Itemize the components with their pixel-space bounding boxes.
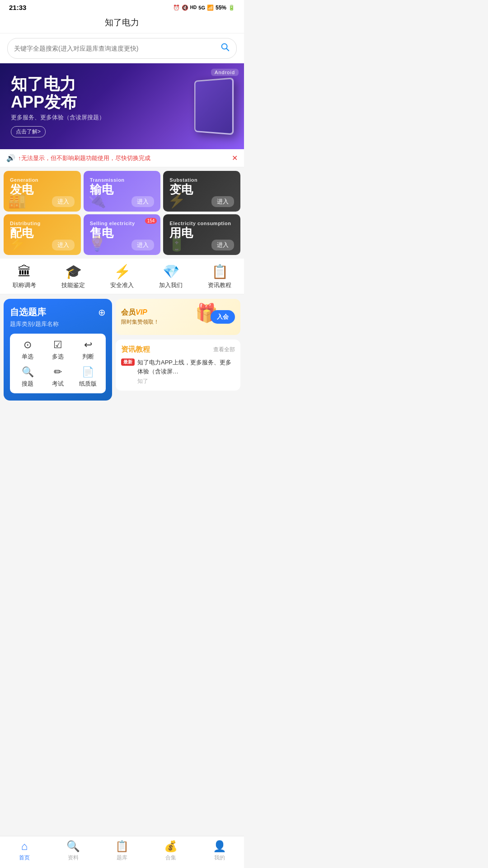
search-input[interactable] bbox=[14, 45, 216, 52]
vip-join-btn[interactable]: 入会 bbox=[211, 310, 235, 324]
cat-card-selling[interactable]: Selling electricity 售电 154 💡 进入 bbox=[84, 214, 161, 255]
select-item-search[interactable]: 🔍 搜题 bbox=[14, 366, 41, 388]
zixun-icon: 📋 bbox=[211, 265, 228, 278]
mute-icon: 🔇 bbox=[182, 5, 188, 11]
vip-subtitle: 限时集赞领取！ bbox=[121, 318, 159, 326]
jiaru-label: 加入我们 bbox=[159, 281, 183, 289]
news-body: 知了电力APP上线，更多服务、更多体验（含读屏… 知了 bbox=[137, 358, 235, 385]
network-icon: 5G bbox=[198, 5, 205, 10]
battery-display: 55% bbox=[216, 5, 226, 11]
zhicheng-icon: 🏛 bbox=[18, 265, 31, 278]
exam-icon: ✏ bbox=[54, 366, 62, 378]
alarm-icon: ⏰ bbox=[173, 5, 180, 11]
select-item-exam[interactable]: ✏ 考试 bbox=[45, 366, 71, 388]
news-badge: 最新 bbox=[121, 359, 135, 366]
cat-enter-consumption[interactable]: 进入 bbox=[211, 240, 234, 250]
jiaru-icon: 💎 bbox=[163, 265, 179, 278]
search-q-label: 搜题 bbox=[22, 380, 33, 388]
anquan-icon: ⚡ bbox=[114, 265, 131, 278]
zixun-label: 资讯教程 bbox=[208, 281, 231, 289]
select-item-paper[interactable]: 📄 纸质版 bbox=[75, 366, 101, 388]
vip-text: 会员VIP 限时集赞领取！ bbox=[121, 308, 159, 326]
cat-en-selling: Selling electricity bbox=[90, 221, 155, 226]
quick-menu: 🏛 职称调考 🎓 技能鉴定 ⚡ 安全准入 💎 加入我们 📋 资讯教程 bbox=[0, 259, 244, 294]
banner-device bbox=[183, 75, 233, 138]
paper-label: 纸质版 bbox=[79, 380, 97, 388]
quick-item-anquan[interactable]: ⚡ 安全准入 bbox=[98, 265, 146, 289]
multi-select-icon: ☑ bbox=[53, 339, 62, 351]
cat-card-transmission[interactable]: Transmission 输电 🔌 进入 bbox=[84, 171, 161, 212]
cat-bg-icon-generation: 🏭 bbox=[8, 192, 26, 209]
banner-text: 知了电力APP发布 更多服务、更多体验（含读屏搜题） 点击了解> bbox=[11, 75, 183, 137]
banner-subtitle: 更多服务、更多体验（含读屏搜题） bbox=[11, 113, 183, 122]
search-bar bbox=[0, 33, 244, 63]
category-grid: Generation 发电 🏭 进入 Transmission 输电 🔌 进入 … bbox=[0, 167, 244, 259]
vip-title: 会员VIP bbox=[121, 308, 159, 317]
notice-close-btn[interactable]: ✕ bbox=[232, 154, 238, 162]
judge-icon: ↩ bbox=[84, 339, 92, 351]
vip-card[interactable]: 会员VIP 限时集赞领取！ 🎁 入会 bbox=[116, 299, 240, 335]
quick-item-jiaru[interactable]: 💎 加入我们 bbox=[146, 265, 195, 289]
news-view-all[interactable]: 查看全部 bbox=[213, 346, 235, 354]
cat-enter-distributing[interactable]: 进入 bbox=[52, 240, 75, 250]
self-select-title-text: 自选题库 bbox=[10, 306, 46, 318]
banner[interactable]: 知了电力APP发布 更多服务、更多体验（含读屏搜题） 点击了解> Android bbox=[0, 63, 244, 149]
banner-title: 知了电力APP发布 bbox=[11, 75, 183, 111]
cat-bg-icon-distributing: ⚡ bbox=[8, 235, 26, 252]
cat-bg-icon-consumption: 🔋 bbox=[168, 235, 186, 252]
select-item-multi[interactable]: ☑ 多选 bbox=[45, 339, 71, 361]
jineng-label: 技能鉴定 bbox=[61, 281, 85, 289]
quick-item-zixun[interactable]: 📋 资讯教程 bbox=[195, 265, 244, 289]
zhicheng-label: 职称调考 bbox=[13, 281, 36, 289]
news-card: 资讯教程 查看全部 最新 知了电力APP上线，更多服务、更多体验（含读屏… 知了 bbox=[116, 340, 240, 391]
bottom-section: 自选题库 ⊕ 题库类别/题库名称 ⊙ 单选 ☑ 多选 ↩ 判断 bbox=[0, 294, 244, 405]
notice-bar: 🔊 ↑无法显示，但不影响刷题功能使用，尽快切换完成 ✕ bbox=[0, 149, 244, 167]
exam-label: 考试 bbox=[52, 380, 64, 388]
quick-item-zhicheng[interactable]: 🏛 职称调考 bbox=[0, 265, 49, 289]
jineng-icon: 🎓 bbox=[65, 265, 82, 278]
cat-enter-selling[interactable]: 进入 bbox=[131, 240, 154, 250]
notice-text: ↑无法显示，但不影响刷题功能使用，尽快切换完成 bbox=[18, 154, 150, 162]
paper-icon: 📄 bbox=[82, 366, 94, 378]
self-select-add-btn[interactable]: ⊕ bbox=[98, 307, 106, 318]
cat-bg-icon-selling: 💡 bbox=[88, 235, 106, 252]
cat-enter-generation[interactable]: 进入 bbox=[52, 196, 75, 207]
news-header: 资讯教程 查看全部 bbox=[121, 345, 235, 354]
news-content: 知了电力APP上线，更多服务、更多体验（含读屏… bbox=[137, 358, 235, 376]
cat-card-consumption[interactable]: Electricity consumption 用电 🔋 进入 bbox=[163, 214, 240, 255]
cat-en-substation: Substation bbox=[169, 177, 234, 183]
cat-card-substation[interactable]: Substation 变电 ⚡ 进入 bbox=[163, 171, 240, 212]
news-item[interactable]: 最新 知了电力APP上线，更多服务、更多体验（含读屏… 知了 bbox=[121, 358, 235, 385]
battery-icon: 🔋 bbox=[228, 5, 235, 11]
cat-en-transmission: Transmission bbox=[90, 177, 155, 183]
svg-line-1 bbox=[226, 48, 229, 51]
signal-bars: 📶 bbox=[207, 5, 214, 11]
cat-enter-substation[interactable]: 进入 bbox=[211, 196, 234, 207]
cat-card-distributing[interactable]: Distributing 配电 ⚡ 进入 bbox=[4, 214, 81, 255]
select-inner: ⊙ 单选 ☑ 多选 ↩ 判断 🔍 搜题 bbox=[10, 334, 106, 393]
cat-en-consumption: Electricity consumption bbox=[169, 221, 234, 226]
select-item-single[interactable]: ⊙ 单选 bbox=[14, 339, 41, 361]
judge-label: 判断 bbox=[82, 353, 94, 361]
search-button[interactable] bbox=[220, 42, 230, 55]
news-source: 知了 bbox=[137, 377, 235, 385]
cat-card-generation[interactable]: Generation 发电 🏭 进入 bbox=[4, 171, 81, 212]
cat-en-distributing: Distributing bbox=[10, 221, 75, 226]
banner-device-shape bbox=[194, 77, 234, 135]
hd-icon: HD bbox=[190, 5, 197, 10]
cat-bg-icon-transmission: 🔌 bbox=[88, 192, 106, 209]
news-section-title: 资讯教程 bbox=[121, 345, 150, 354]
status-bar: 21:33 ⏰ 🔇 HD 5G 📶 55% 🔋 bbox=[0, 0, 244, 13]
select-grid: ⊙ 单选 ☑ 多选 ↩ 判断 🔍 搜题 bbox=[14, 339, 101, 388]
cat-enter-transmission[interactable]: 进入 bbox=[131, 196, 154, 207]
notice-speaker-icon: 🔊 bbox=[6, 154, 15, 162]
anquan-label: 安全准入 bbox=[110, 281, 134, 289]
time-display: 21:33 bbox=[9, 4, 26, 11]
self-select-subtitle: 题库类别/题库名称 bbox=[10, 320, 106, 328]
cat-bg-icon-substation: ⚡ bbox=[168, 192, 186, 209]
banner-android-tag: Android bbox=[211, 69, 239, 76]
select-item-judge[interactable]: ↩ 判断 bbox=[75, 339, 101, 361]
search-input-wrap[interactable] bbox=[7, 38, 237, 59]
banner-learn-btn[interactable]: 点击了解> bbox=[11, 126, 46, 137]
quick-item-jineng[interactable]: 🎓 技能鉴定 bbox=[49, 265, 98, 289]
